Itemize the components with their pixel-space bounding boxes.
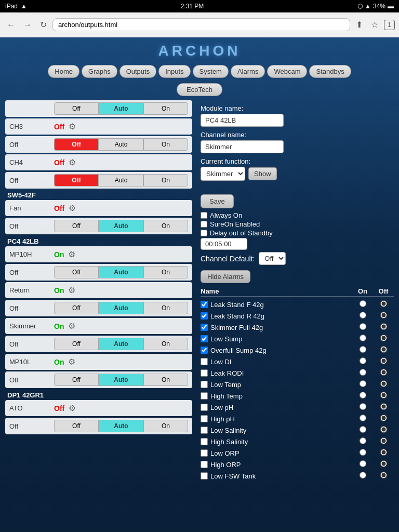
alarm-check-13[interactable] [201, 449, 208, 457]
save-button[interactable]: Save [201, 194, 234, 208]
fan-mode-auto[interactable]: Auto [99, 220, 143, 232]
alarm-radio-off-0[interactable] [380, 300, 387, 307]
ato-mode-on[interactable]: On [143, 420, 188, 432]
nav-home[interactable]: Home [48, 65, 79, 78]
fan-gear[interactable]: ⚙ [68, 202, 77, 214]
alarm-radio-on-3[interactable] [360, 335, 366, 341]
ato-mode-off[interactable]: Off [54, 420, 99, 432]
alarm-radio-on-7[interactable] [360, 380, 366, 387]
bookmark-icon[interactable]: ☆ [368, 19, 381, 31]
return-mode-auto[interactable]: Auto [99, 302, 143, 314]
alarm-radio-off-4[interactable] [380, 346, 387, 353]
alarm-radio-off-1[interactable] [380, 312, 387, 318]
delay-standby-checkbox[interactable] [201, 230, 207, 236]
alarm-radio-on-4[interactable] [360, 346, 366, 353]
mp10l-mode-on[interactable]: On [143, 374, 188, 386]
alarm-check-14[interactable] [201, 461, 208, 468]
alarm-radio-off-10[interactable] [380, 415, 387, 421]
alarm-radio-off-12[interactable] [380, 437, 387, 444]
hide-alarms-button[interactable]: Hide Alarms [201, 270, 250, 283]
share-icon[interactable]: ⬆ [353, 19, 365, 31]
back-button[interactable]: ← [4, 19, 18, 31]
alarm-radio-on-2[interactable] [360, 323, 366, 330]
mode-on-btn[interactable]: On [143, 102, 188, 115]
mode-auto-btn[interactable]: Auto [99, 102, 143, 115]
nav-standbys[interactable]: Standbys [309, 65, 351, 78]
alarm-check-7[interactable] [201, 381, 208, 388]
refresh-button[interactable]: ↻ [37, 19, 49, 31]
channel-name-input[interactable] [201, 140, 284, 153]
alarm-radio-on-0[interactable] [360, 300, 366, 307]
ch4-mode-auto[interactable]: Auto [99, 174, 143, 187]
alarm-radio-on-6[interactable] [360, 369, 366, 376]
alarm-check-8[interactable] [201, 392, 208, 400]
alarm-radio-on-12[interactable] [360, 437, 366, 444]
alarm-radio-off-14[interactable] [380, 460, 387, 467]
tab-count[interactable]: 1 [384, 20, 395, 30]
alarm-check-10[interactable] [201, 415, 208, 422]
mp10l-mode-auto[interactable]: Auto [99, 374, 143, 386]
ch3-mode-on[interactable]: On [143, 138, 188, 151]
mode-off-btn[interactable]: Off [54, 102, 99, 115]
nav-webcam[interactable]: Webcam [267, 65, 307, 78]
alarm-check-0[interactable] [201, 301, 208, 308]
alarm-check-4[interactable] [201, 347, 208, 354]
fan-mode-off[interactable]: Off [54, 220, 99, 232]
ch4-mode-on[interactable]: On [143, 174, 188, 187]
skimmer-mode-on[interactable]: On [143, 338, 188, 350]
alarm-radio-off-6[interactable] [380, 369, 387, 376]
alarm-radio-off-11[interactable] [380, 426, 387, 433]
mp10h-mode-auto[interactable]: Auto [99, 266, 143, 278]
nav-graphs[interactable]: Graphs [82, 65, 117, 78]
nav-outputs[interactable]: Outputs [119, 65, 157, 78]
ecotech-button[interactable]: EcoTech [177, 83, 222, 96]
channel-default-select[interactable]: Off On [259, 252, 286, 265]
alarm-radio-on-5[interactable] [360, 357, 366, 364]
show-button[interactable]: Show [248, 167, 277, 180]
alarm-radio-on-8[interactable] [360, 392, 366, 398]
alarm-radio-on-9[interactable] [360, 403, 366, 410]
ato-mode-auto[interactable]: Auto [99, 420, 143, 432]
alarm-radio-off-8[interactable] [380, 392, 387, 398]
return-mode-on[interactable]: On [143, 302, 188, 314]
mp10l-gear[interactable]: ⚙ [67, 356, 76, 368]
alarm-radio-off-15[interactable] [380, 472, 387, 478]
alarm-radio-off-2[interactable] [380, 323, 387, 330]
ch4-gear[interactable]: ⚙ [68, 156, 77, 168]
alarm-check-6[interactable] [201, 369, 208, 377]
mp10l-mode-off[interactable]: Off [54, 374, 99, 386]
mp10h-gear[interactable]: ⚙ [67, 248, 76, 260]
ato-gear[interactable]: ⚙ [68, 402, 77, 414]
alarm-radio-on-10[interactable] [360, 415, 366, 421]
alarm-radio-on-1[interactable] [360, 312, 366, 318]
alarm-radio-off-3[interactable] [380, 335, 387, 341]
alarm-radio-off-5[interactable] [380, 357, 387, 364]
ch3-mode-off[interactable]: Off [54, 138, 99, 151]
sure-on-checkbox[interactable] [201, 221, 207, 228]
function-select[interactable]: Skimmer Return Fan Light Other [201, 167, 245, 181]
alarm-check-9[interactable] [201, 404, 208, 411]
alarm-check-1[interactable] [201, 312, 208, 320]
alarm-check-15[interactable] [201, 472, 208, 480]
alarm-check-11[interactable] [201, 427, 208, 434]
nav-system[interactable]: System [193, 65, 229, 78]
alarm-check-5[interactable] [201, 358, 208, 365]
ch4-mode-off[interactable]: Off [54, 174, 99, 187]
skimmer-gear[interactable]: ⚙ [67, 320, 76, 332]
module-name-input[interactable] [201, 114, 284, 127]
mp10h-mode-on[interactable]: On [143, 266, 188, 278]
alarm-check-3[interactable] [201, 335, 208, 342]
return-gear[interactable]: ⚙ [67, 284, 76, 296]
mp10h-mode-off[interactable]: Off [54, 266, 99, 278]
nav-inputs[interactable]: Inputs [158, 65, 190, 78]
alarm-radio-on-14[interactable] [360, 460, 366, 467]
return-mode-off[interactable]: Off [54, 302, 99, 314]
fan-mode-on[interactable]: On [143, 220, 188, 232]
skimmer-mode-auto[interactable]: Auto [99, 338, 143, 350]
alarm-radio-off-9[interactable] [380, 403, 387, 410]
always-on-checkbox[interactable] [201, 212, 207, 219]
alarm-radio-on-15[interactable] [360, 472, 366, 478]
ch3-mode-auto[interactable]: Auto [99, 138, 143, 151]
skimmer-mode-off[interactable]: Off [54, 338, 99, 350]
alarm-radio-off-13[interactable] [380, 449, 387, 456]
